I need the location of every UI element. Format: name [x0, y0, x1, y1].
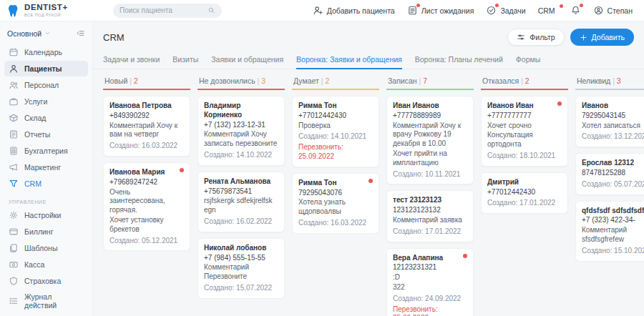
kanban-card[interactable]: Иванова Петрова+849390292Комментарий Хоч…: [103, 96, 190, 157]
kanban-card[interactable]: Римма Тон+77012442430ПроверкаСоздано: 14…: [292, 96, 379, 167]
logo[interactable]: DENTIST+ ВСЕ ПОД РУКОЙ: [7, 4, 113, 18]
sidebar-item-staff[interactable]: Персонал: [4, 77, 88, 93]
sidebar-item-calendar[interactable]: Календарь: [4, 44, 88, 60]
collapse-sidebar-icon[interactable]: [76, 29, 85, 38]
tab-funnel-plans[interactable]: Воронка: Планы лечений: [415, 51, 503, 69]
topnav-icon-wrap: [570, 5, 581, 16]
card-comment: Хочет срочно: [487, 122, 562, 131]
logo-subtitle: ВСЕ ПОД РУКОЙ: [24, 14, 68, 18]
card-patient-name: Римма Тон: [298, 102, 373, 111]
kanban-card[interactable]: тест 23123123123123123132Комментарий зая…: [386, 190, 474, 242]
kanban-card[interactable]: Вера Алапина12123231321:D322Создано: 24.…: [386, 248, 474, 316]
card-patient-name: Ерослав 12312: [582, 159, 644, 168]
kanban-column-refused: Отказался | 2Иванов Иван+7777777777Хочет…: [481, 76, 568, 316]
card-patient-name: Иванова Петрова: [109, 102, 184, 111]
patient-search[interactable]: [113, 4, 222, 18]
column-title: Думает: [293, 76, 319, 85]
layout: Основной КалендарьПациентыПерсоналУслуги…: [0, 21, 644, 316]
accounting-icon: [9, 146, 19, 156]
filter-button[interactable]: Фильтр: [507, 29, 564, 46]
crm-icon: [9, 179, 19, 189]
card-comment: Проверка: [298, 122, 373, 131]
kanban-card[interactable]: Ерослав 1231287478125288Создано: 05.07.2…: [575, 153, 644, 194]
sidebar-item-cashdesk[interactable]: Касса: [4, 257, 88, 272]
sidebar-item-services[interactable]: Услуги: [4, 94, 88, 109]
card-comment: rsjfskergk sdfekjrelfsk egn: [204, 197, 278, 215]
kanban-card[interactable]: Римма Тон79295043076Хотела узнать щдопво…: [292, 173, 379, 234]
kanban-column-header: Записан | 7: [386, 76, 474, 90]
tab-requests[interactable]: Заявки и обращения: [211, 51, 283, 69]
card-patient-name: Иванов Иван: [487, 102, 562, 111]
topnav-crm[interactable]: CRM: [538, 6, 558, 15]
search-input[interactable]: [119, 6, 208, 14]
kanban-column-header: Не дозвонились | 3: [197, 76, 285, 90]
kanban-card[interactable]: Иванов Иван+7777777777Хочет срочноКонсул…: [481, 96, 568, 167]
topnav-notifications[interactable]: [570, 5, 581, 16]
sidebar-item-billing[interactable]: Биллинг: [4, 224, 88, 240]
kanban-card[interactable]: Иван Иванов+77778889989Комментарий Хочу …: [386, 96, 474, 184]
sidebar-item-marketing[interactable]: Маркетинг: [4, 159, 88, 175]
tab-forms[interactable]: Формы: [516, 51, 540, 69]
card-comment: Очень заинтересована, горячая.: [109, 188, 184, 215]
topnav-label: Добавить пациента: [327, 6, 395, 15]
card-comment: Комментарий Хочу записать перезвоните: [204, 130, 278, 149]
tab-funnel-requests[interactable]: Воронка: Заявки и обращения: [296, 51, 402, 69]
card-phone: +77778889989: [393, 112, 467, 121]
kanban-card[interactable]: Рената Альманова+75679873541rsjfskergk s…: [197, 172, 285, 232]
card-comment: Хотела узнать щдопвоалвы: [298, 198, 373, 217]
filter-icon: [517, 33, 525, 41]
kanban-card[interactable]: Иванова Мария+79689247242Очень заинтерес…: [103, 162, 190, 251]
marketing-icon: [9, 162, 19, 172]
add-button-label: Добавить: [592, 33, 625, 41]
card-comment: Комментарий Хочу к вам на четверг: [109, 122, 184, 140]
column-title: Новый: [104, 76, 127, 85]
kanban-card[interactable]: Николай лобанов+7 (984) 555-15-55Коммент…: [197, 238, 285, 299]
card-comment: Консультация ортодонта: [487, 131, 562, 149]
sidebar-item-journal[interactable]: Журнал действий: [4, 290, 88, 312]
column-title: Неликвид: [577, 76, 610, 85]
topnav-waiting-list[interactable]: Лист ожидания: [407, 5, 474, 16]
card-comment: Комментарий sfsdfsgfrefew: [582, 226, 644, 245]
card-comment: Комментарий Хочу к врачу Рожкову 19 дека…: [393, 122, 467, 149]
settings-icon: [9, 210, 19, 220]
card-patient-name: Рената Альманова: [204, 177, 278, 187]
kanban-card[interactable]: Дмитрий+77012442430Создано: 17.01.2022: [481, 172, 568, 214]
sidebar-item-settings[interactable]: Настройки: [4, 207, 88, 223]
add-button[interactable]: Добавить: [570, 29, 634, 46]
kanban-column-new: Новый | 2Иванова Петрова+849390292Коммен…: [103, 76, 190, 316]
logo-text: DENTIST+ ВСЕ ПОД РУКОЙ: [24, 4, 68, 17]
kanban-card[interactable]: Владимир Корниенко+7 (132) 123-12-31Комм…: [197, 96, 285, 166]
sidebar-item-patients[interactable]: Пациенты: [4, 61, 88, 76]
topnav-user[interactable]: Степан: [593, 5, 633, 16]
topnav-add-patient[interactable]: Добавить пациента: [313, 5, 395, 16]
user-icon: [593, 5, 604, 16]
sidebar-item-warehouse[interactable]: Склад: [4, 110, 88, 126]
sidebar-item-insurance[interactable]: Страховка: [4, 273, 88, 289]
card-phone: +79689247242: [109, 178, 184, 187]
card-phone: +7 (984) 555-15-55: [204, 254, 278, 263]
tab-visits[interactable]: Визиты: [172, 51, 198, 69]
sidebar-item-templates[interactable]: Шаблоны: [4, 240, 88, 256]
notification-dot: [580, 4, 583, 7]
kanban-card[interactable]: qfdsfsdf sdfsdfsdf+7 (323) 422-34-Коммен…: [575, 201, 644, 262]
sidebar-item-label: Бухгалтерия: [24, 147, 68, 155]
card-comment: Комментарий Перезвоните: [204, 263, 278, 282]
topnav-tasks[interactable]: Задачи: [486, 5, 525, 16]
column-separator: |: [127, 76, 134, 85]
staff-icon: [9, 80, 19, 90]
kanban-card[interactable]: Иванов79295043145Хотел записатьсяСоздано…: [575, 96, 644, 147]
app-window: DENTIST+ ВСЕ ПОД РУКОЙ Добавить пациента…: [0, 0, 644, 316]
card-patient-name: Иванова Мария: [109, 168, 184, 177]
sidebar-item-accounting[interactable]: Бухгалтерия: [4, 143, 88, 159]
column-title: Не дозвонились: [199, 76, 255, 85]
tab-tasks-calls[interactable]: Задачи и звонки: [103, 51, 160, 69]
kanban-column-thinking: Думает | 2Римма Тон+77012442430ПроверкаС…: [292, 76, 379, 316]
kanban-column-no-answer: Не дозвонились | 3Владимир Корниенко+7 (…: [197, 76, 285, 316]
card-phone: +849390292: [109, 112, 184, 121]
card-created: Создано: 17.01.2022: [487, 199, 562, 208]
sidebar-item-crm[interactable]: CRM: [4, 176, 88, 192]
branch-selector[interactable]: Основной: [0, 26, 92, 44]
sidebar-item-reports[interactable]: Отчеты: [4, 127, 88, 142]
card-created: Создано: 13.12.2021: [582, 132, 644, 142]
card-created: Создано: 18.10.2021: [487, 152, 562, 161]
